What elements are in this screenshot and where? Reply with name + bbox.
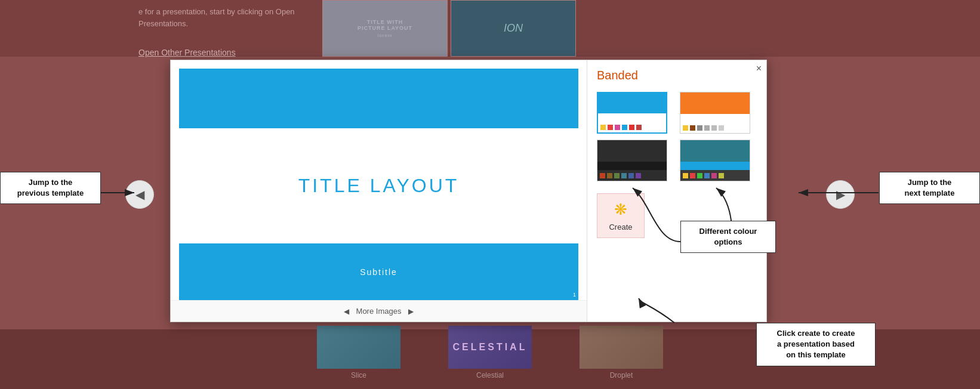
strip-item-droplet[interactable]: Droplet bbox=[568, 326, 675, 384]
droplet-thumbnail bbox=[580, 326, 663, 369]
swatch3-mid bbox=[597, 162, 667, 170]
swatch4-top bbox=[680, 140, 750, 162]
slide-bottom-band: Subtitle bbox=[179, 243, 578, 300]
slice-label: Slice bbox=[351, 371, 366, 379]
color-swatch-teal[interactable] bbox=[680, 140, 750, 181]
slice-thumbnail bbox=[317, 326, 400, 369]
create-icon: ❋ bbox=[614, 200, 627, 219]
droplet-label: Droplet bbox=[610, 371, 633, 379]
callout-next-template: Jump to the next template bbox=[879, 172, 980, 204]
prev-template-button[interactable]: ◀ bbox=[125, 180, 154, 209]
slide-page-num: 1 bbox=[573, 292, 576, 298]
color-swatch-dark[interactable] bbox=[597, 140, 667, 181]
swatch2-dots bbox=[680, 122, 750, 133]
callout-create: Click create to create a presentation ba… bbox=[756, 323, 876, 366]
slide-preview: TITLE LAYOUT Subtitle 1 bbox=[179, 69, 578, 300]
swatch3-top bbox=[597, 140, 667, 162]
slide-title: TITLE LAYOUT bbox=[298, 175, 460, 197]
next-image-arrow[interactable]: ▶ bbox=[408, 307, 414, 316]
close-button[interactable]: × bbox=[756, 64, 762, 73]
callout-prev-template: Jump to the previous template bbox=[0, 172, 101, 204]
swatch1-dots bbox=[598, 122, 666, 132]
prev-image-arrow[interactable]: ◀ bbox=[344, 307, 349, 316]
dialog-preview: TITLE LAYOUT Subtitle 1 ◀ More Images ▶ bbox=[171, 60, 587, 322]
bg-text: e for a presentation, start by clicking … bbox=[138, 6, 295, 29]
more-images-label: More Images bbox=[356, 307, 402, 316]
template-name-heading: Banded bbox=[597, 69, 757, 82]
swatch1-top bbox=[598, 93, 666, 113]
next-template-button[interactable]: ▶ bbox=[826, 180, 855, 209]
slide-subtitle: Subtitle bbox=[360, 267, 397, 277]
celestial-thumbnail: CELESTIAL bbox=[448, 326, 532, 369]
swatch1-mid bbox=[598, 113, 666, 122]
color-options-grid bbox=[597, 92, 757, 181]
swatch2-mid bbox=[680, 114, 750, 122]
slide-top-band bbox=[179, 69, 578, 128]
template-dialog: × TITLE LAYOUT Subtitle 1 ◀ More Images … bbox=[170, 60, 767, 322]
bg-thumb-1: TITLE WITH PICTURE LAYOUT lorem bbox=[322, 0, 448, 57]
preview-footer: ◀ More Images ▶ bbox=[171, 300, 587, 322]
color-swatch-blue[interactable] bbox=[597, 92, 667, 134]
create-button[interactable]: ❋ Create bbox=[597, 193, 645, 238]
swatch4-mid bbox=[680, 162, 750, 170]
create-button-label: Create bbox=[609, 223, 632, 231]
callout-color-options: Different colour options bbox=[680, 221, 776, 253]
strip-item-celestial[interactable]: CELESTIAL Celestial bbox=[436, 326, 544, 384]
open-other-presentations-link[interactable]: Open Other Presentations bbox=[138, 48, 236, 57]
swatch2-top bbox=[680, 92, 750, 114]
celestial-label: Celestial bbox=[476, 371, 504, 379]
color-swatch-orange[interactable] bbox=[680, 92, 750, 134]
swatch3-dots bbox=[597, 170, 667, 181]
bg-top-bar: e for a presentation, start by clicking … bbox=[0, 0, 980, 57]
swatch4-dots bbox=[680, 170, 750, 181]
slide-white-middle: TITLE LAYOUT bbox=[179, 128, 578, 243]
strip-item-slice[interactable]: Slice bbox=[305, 326, 412, 384]
dialog-right-panel: Banded bbox=[587, 60, 766, 322]
bg-thumb-2: ION bbox=[451, 0, 576, 57]
